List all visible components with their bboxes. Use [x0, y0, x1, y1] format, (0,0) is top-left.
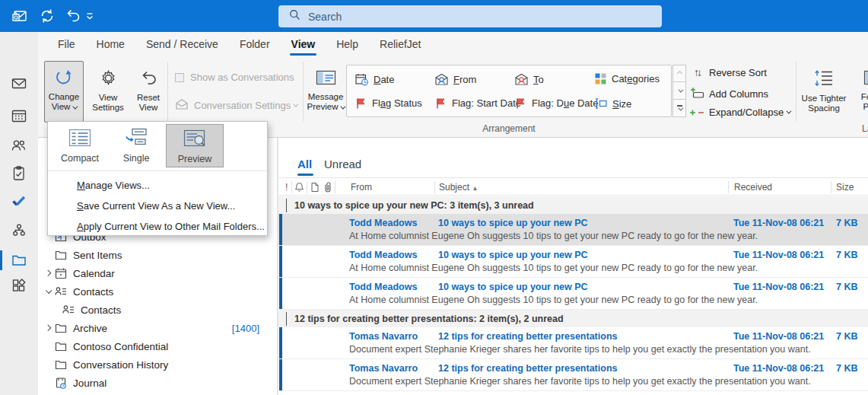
received-column-header[interactable]: Received [734, 182, 772, 193]
tab-home[interactable]: Home [86, 32, 135, 58]
reverse-sort-icon: ↑↓ [689, 66, 704, 78]
folder-pane-button[interactable]: FolderPane [851, 62, 868, 112]
message-row[interactable]: Tomas Navarro 12 tips for creating bette… [278, 327, 868, 359]
tab-unread[interactable]: Unread [324, 158, 361, 170]
chevron-down-icon [73, 104, 78, 110]
chevron-down-icon[interactable] [43, 289, 53, 294]
arrange-date[interactable]: Date [355, 72, 394, 87]
tab-help[interactable]: Help [326, 32, 369, 58]
folder-item-journal[interactable]: Journal [38, 374, 277, 392]
undo-icon[interactable] [64, 7, 82, 25]
menu-item-save-current-view[interactable]: Save Current View As a New View... [48, 196, 267, 216]
arrange-flag-due-date[interactable]: Flag: Due Date [514, 97, 598, 110]
unread-indicator [279, 327, 282, 358]
tasks-icon[interactable] [11, 165, 27, 182]
paperclip-icon[interactable] [323, 181, 332, 195]
tab-view[interactable]: View [281, 32, 326, 58]
subject-column-header[interactable]: Subject ▲ [439, 182, 478, 193]
view-option-single[interactable]: Single [112, 124, 161, 167]
add-columns-button[interactable]: Add Columns [689, 87, 768, 100]
tab-all[interactable]: All [297, 158, 312, 170]
importance-column-header[interactable]: ! [285, 182, 288, 193]
todo-icon[interactable] [11, 193, 27, 209]
message-row[interactable]: Todd Meadows 10 ways to spice up your ne… [278, 246, 868, 278]
qat-chevron-icon[interactable] [84, 7, 96, 25]
folder-icon[interactable] [11, 252, 27, 269]
gallery-scrollbar[interactable] [672, 65, 686, 117]
message-row[interactable]: Todd Meadows 10 ways to spice up your ne… [278, 214, 868, 246]
menu-separator [48, 170, 267, 171]
view-option-compact[interactable]: Compact [52, 124, 107, 167]
chevron-right-icon[interactable] [43, 271, 53, 276]
arrange-categories[interactable]: Categories [594, 72, 660, 85]
message-size: 7 KB [836, 218, 857, 228]
message-size: 7 KB [836, 363, 857, 374]
expand-collapse-icon [689, 107, 704, 118]
size-icon [594, 97, 608, 110]
group-header[interactable]: 10 ways to spice up your new PC: 3 item(… [278, 196, 868, 214]
message-preview-text: Document expert Stephanie Krieger shares… [349, 344, 811, 355]
tab-file[interactable]: File [47, 32, 86, 58]
arrange-to[interactable]: To [514, 72, 544, 87]
arrange-flag-status[interactable]: Flag Status [355, 97, 422, 110]
org-icon[interactable] [11, 222, 27, 239]
arrange-from[interactable]: From [434, 72, 476, 87]
sync-icon[interactable] [38, 7, 56, 25]
folder-item-contacts[interactable]: Contacts [38, 282, 277, 301]
message-preview-text: Document expert Stephanie Krieger shares… [349, 376, 811, 387]
bell-icon[interactable] [294, 182, 304, 194]
group-separator [303, 62, 304, 121]
message-size: 7 KB [836, 331, 857, 342]
message-row[interactable]: Tomas Navarro 12 tips for creating bette… [278, 359, 868, 391]
group-header[interactable]: 12 tips for creating better presentation… [278, 310, 868, 327]
mail-icon[interactable] [11, 75, 27, 92]
chevron-down-icon [787, 109, 792, 114]
message-preview-text: At Home columnist Eugene Oh suggests 10 … [349, 231, 758, 241]
menu-item-apply-current-view[interactable]: Apply Current View to Other Mail Folders… [48, 216, 267, 237]
unread-indicator [279, 246, 282, 277]
tab-folder[interactable]: Folder [229, 32, 281, 58]
view-option-preview[interactable]: Preview [166, 124, 224, 167]
page-icon[interactable] [310, 182, 320, 195]
expand-collapse-button[interactable]: Expand/Collapse [689, 107, 790, 118]
folder-item-contoso-confidential[interactable]: Contoso Confidential [38, 337, 277, 355]
search-bar[interactable] [278, 5, 662, 27]
tab-send-receive[interactable]: Send / Receive [135, 32, 229, 58]
gallery-more-button[interactable] [672, 100, 686, 117]
menu-item-manage-views[interactable]: Manage Views... [48, 175, 267, 196]
use-tighter-spacing-button[interactable]: Use TighterSpacing [802, 62, 846, 113]
folder-item-contacts-sub[interactable]: Contacts [38, 301, 277, 319]
flag-icon [514, 97, 527, 110]
folder-item-calendar[interactable]: Calendar [38, 264, 277, 282]
folder-item-archive[interactable]: Archive [1400] [38, 319, 277, 337]
message-preview-button[interactable]: MessagePreview [306, 62, 345, 112]
gear-icon [99, 68, 118, 91]
size-column-header[interactable]: Size [836, 182, 854, 193]
folder-icon [53, 321, 68, 335]
tab-reliefjet[interactable]: ReliefJet [369, 32, 431, 58]
gallery-scroll-up[interactable] [672, 65, 686, 82]
view-settings-button[interactable]: ViewSettings [88, 62, 128, 113]
message-row[interactable]: Todd Meadows 10 ways to spice up your ne… [278, 278, 868, 310]
from-column-header[interactable]: From [351, 182, 372, 193]
reset-view-button[interactable]: ResetView [131, 62, 166, 113]
folder-icon [53, 339, 68, 353]
arrange-flag-start-date[interactable]: Flag: Start Date [434, 97, 521, 110]
search-input[interactable] [308, 11, 628, 23]
folder-item-sent-items[interactable]: Sent Items [38, 246, 277, 264]
message-list-body: 10 ways to spice up your new PC: 3 item(… [278, 196, 868, 391]
apps-icon[interactable] [11, 277, 27, 294]
people-icon[interactable] [11, 138, 27, 154]
folder-item-conversation-history[interactable]: Conversation History [38, 355, 277, 374]
gallery-scroll-down[interactable] [672, 82, 686, 100]
change-view-button[interactable]: ChangeView [44, 61, 84, 123]
message-from: Tomas Navarro [349, 331, 418, 342]
calendar-icon[interactable] [11, 107, 27, 124]
reverse-sort-button[interactable]: ↑↓ Reverse Sort [689, 66, 767, 78]
arrange-size[interactable]: Size [594, 97, 631, 110]
date-icon [355, 72, 369, 87]
chevron-right-icon[interactable] [43, 326, 53, 330]
item-count-badge: [1400] [232, 323, 259, 334]
preview-view-icon [183, 129, 206, 151]
compact-view-icon [68, 128, 91, 151]
